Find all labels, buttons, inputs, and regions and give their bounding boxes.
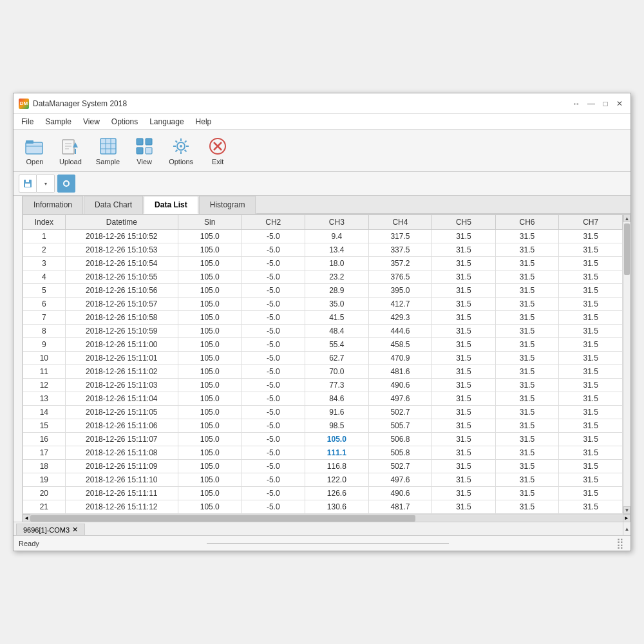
cell-ch4: 481.6 bbox=[368, 365, 432, 379]
cell-index: 11 bbox=[23, 365, 66, 379]
cell-index: 15 bbox=[23, 419, 66, 433]
table-row[interactable]: 12018-12-26 15:10:52105.0-5.09.4317.531.… bbox=[23, 230, 623, 243]
options-button[interactable]: Options bbox=[163, 133, 199, 169]
table-row[interactable]: 182018-12-26 15:11:09105.0-5.0116.8502.7… bbox=[23, 460, 623, 473]
table-row[interactable]: 72018-12-26 15:10:58105.0-5.041.5429.331… bbox=[23, 311, 623, 325]
svg-point-19 bbox=[180, 145, 182, 147]
menu-help[interactable]: Help bbox=[191, 115, 217, 128]
tab-information[interactable]: Information bbox=[23, 196, 83, 214]
cell-ch6: 31.5 bbox=[495, 487, 559, 500]
cell-ch6: 31.5 bbox=[495, 284, 559, 298]
table-row[interactable]: 142018-12-26 15:11:05105.0-5.091.6502.73… bbox=[23, 406, 623, 419]
cell-ch3: 105.0 bbox=[305, 433, 369, 446]
scroll-left-button[interactable]: ◄ bbox=[23, 515, 30, 522]
scroll-thumb[interactable] bbox=[624, 223, 630, 275]
svg-rect-33 bbox=[26, 180, 29, 182]
cell-index: 12 bbox=[23, 379, 66, 392]
cell-ch3: 55.4 bbox=[305, 338, 369, 352]
cell-datetime: 2018-12-26 15:11:08 bbox=[65, 446, 178, 460]
cell-ch2: -5.0 bbox=[242, 365, 305, 379]
cell-ch6: 31.5 bbox=[495, 311, 559, 325]
cell-ch4: 376.5 bbox=[368, 270, 432, 284]
h-scroll-thumb[interactable] bbox=[30, 515, 415, 522]
cell-index: 1 bbox=[23, 230, 66, 243]
record-button[interactable] bbox=[57, 175, 75, 193]
table-row[interactable]: 202018-12-26 15:11:11105.0-5.0126.6490.6… bbox=[23, 487, 623, 500]
view-label: View bbox=[137, 158, 152, 166]
right-panel-toggle[interactable]: ▲ bbox=[623, 522, 630, 535]
scroll-right-button[interactable]: ► bbox=[623, 515, 630, 522]
menu-view[interactable]: View bbox=[78, 115, 105, 128]
table-row[interactable]: 92018-12-26 15:11:00105.0-5.055.4458.531… bbox=[23, 338, 623, 352]
table-row[interactable]: 212018-12-26 15:11:12105.0-5.0130.6481.7… bbox=[23, 500, 623, 514]
cell-ch4: 505.8 bbox=[368, 446, 432, 460]
table-row[interactable]: 152018-12-26 15:11:06105.0-5.098.5505.73… bbox=[23, 419, 623, 433]
cell-ch3: 48.4 bbox=[305, 325, 369, 338]
upload-label: Upload bbox=[59, 158, 82, 166]
menu-options[interactable]: Options bbox=[106, 115, 143, 128]
save-button[interactable] bbox=[19, 175, 37, 193]
col-ch5: CH5 bbox=[432, 215, 496, 230]
cell-index: 10 bbox=[23, 352, 66, 365]
cell-datetime: 2018-12-26 15:10:55 bbox=[65, 270, 178, 284]
table-row[interactable]: 122018-12-26 15:11:03105.0-5.077.3490.63… bbox=[23, 379, 623, 392]
cell-ch5: 31.5 bbox=[432, 243, 496, 257]
cell-ch7: 31.5 bbox=[559, 419, 623, 433]
menu-sample[interactable]: Sample bbox=[40, 115, 77, 128]
cell-ch7: 31.5 bbox=[559, 338, 623, 352]
cell-sin: 105.0 bbox=[178, 311, 242, 325]
cell-ch6: 31.5 bbox=[495, 473, 559, 487]
scroll-up-button[interactable]: ▲ bbox=[623, 214, 630, 222]
table-row[interactable]: 172018-12-26 15:11:08105.0-5.0111.1505.8… bbox=[23, 446, 623, 460]
bottom-tab-com3[interactable]: 9696[1]-COM3 ✕ bbox=[16, 524, 85, 535]
cell-ch4: 317.5 bbox=[368, 230, 432, 243]
upload-button[interactable]: Upload bbox=[53, 133, 88, 169]
table-row[interactable]: 132018-12-26 15:11:04105.0-5.084.6497.63… bbox=[23, 392, 623, 406]
table-row[interactable]: 162018-12-26 15:11:07105.0-5.0105.0506.8… bbox=[23, 433, 623, 446]
view-button[interactable]: View bbox=[128, 133, 160, 169]
table-row[interactable]: 112018-12-26 15:11:02105.0-5.070.0481.63… bbox=[23, 365, 623, 379]
tab-histogram[interactable]: Histogram bbox=[199, 196, 256, 214]
open-button[interactable]: Open bbox=[19, 133, 51, 169]
cell-ch6: 31.5 bbox=[495, 460, 559, 473]
resize-handle[interactable]: ⣿ bbox=[616, 537, 624, 549]
cell-index: 19 bbox=[23, 473, 66, 487]
table-scroll[interactable]: Index Datetime Sin CH2 CH3 CH4 CH5 CH6 C… bbox=[23, 214, 623, 514]
table-row[interactable]: 32018-12-26 15:10:54105.0-5.018.0357.231… bbox=[23, 257, 623, 270]
menu-file[interactable]: File bbox=[16, 115, 39, 128]
close-button[interactable]: ✕ bbox=[614, 98, 625, 109]
cell-datetime: 2018-12-26 15:11:03 bbox=[65, 379, 178, 392]
cell-ch3: 70.0 bbox=[305, 365, 369, 379]
tab-data-list[interactable]: Data List bbox=[144, 196, 198, 214]
save-dropdown-button[interactable]: ▾ bbox=[37, 175, 55, 193]
table-row[interactable]: 22018-12-26 15:10:53105.0-5.013.4337.531… bbox=[23, 243, 623, 257]
cell-ch7: 31.5 bbox=[559, 298, 623, 311]
menu-language[interactable]: Language bbox=[144, 115, 189, 128]
exit-button[interactable]: Exit bbox=[202, 133, 234, 169]
cell-datetime: 2018-12-26 15:11:01 bbox=[65, 352, 178, 365]
table-row[interactable]: 102018-12-26 15:11:01105.0-5.062.7470.93… bbox=[23, 352, 623, 365]
table-row[interactable]: 52018-12-26 15:10:56105.0-5.028.9395.031… bbox=[23, 284, 623, 298]
bottom-tab-close[interactable]: ✕ bbox=[72, 526, 78, 534]
table-row[interactable]: 42018-12-26 15:10:55105.0-5.023.2376.531… bbox=[23, 270, 623, 284]
cell-index: 17 bbox=[23, 446, 66, 460]
cell-ch7: 31.5 bbox=[559, 392, 623, 406]
scroll-track[interactable] bbox=[623, 222, 630, 506]
scroll-down-button[interactable]: ▼ bbox=[623, 506, 630, 514]
cell-ch5: 31.5 bbox=[432, 284, 496, 298]
svg-rect-3 bbox=[62, 140, 74, 154]
sample-button[interactable]: Sample bbox=[90, 133, 126, 169]
maximize-button[interactable]: □ bbox=[600, 98, 611, 109]
cell-ch3: 98.5 bbox=[305, 419, 369, 433]
table-row[interactable]: 192018-12-26 15:11:10105.0-5.0122.0497.6… bbox=[23, 473, 623, 487]
table-row[interactable]: 62018-12-26 15:10:57105.0-5.035.0412.731… bbox=[23, 298, 623, 311]
cell-ch2: -5.0 bbox=[242, 325, 305, 338]
cell-ch4: 481.7 bbox=[368, 500, 432, 514]
title-bar-controls: ↔ — □ ✕ bbox=[573, 98, 625, 109]
cell-ch4: 497.6 bbox=[368, 473, 432, 487]
tab-data-chart[interactable]: Data Chart bbox=[84, 196, 143, 214]
h-scroll-track[interactable] bbox=[30, 515, 623, 522]
vertical-scrollbar[interactable]: ▲ ▼ bbox=[623, 214, 630, 514]
minimize-button[interactable]: — bbox=[585, 98, 597, 109]
table-row[interactable]: 82018-12-26 15:10:59105.0-5.048.4444.631… bbox=[23, 325, 623, 338]
